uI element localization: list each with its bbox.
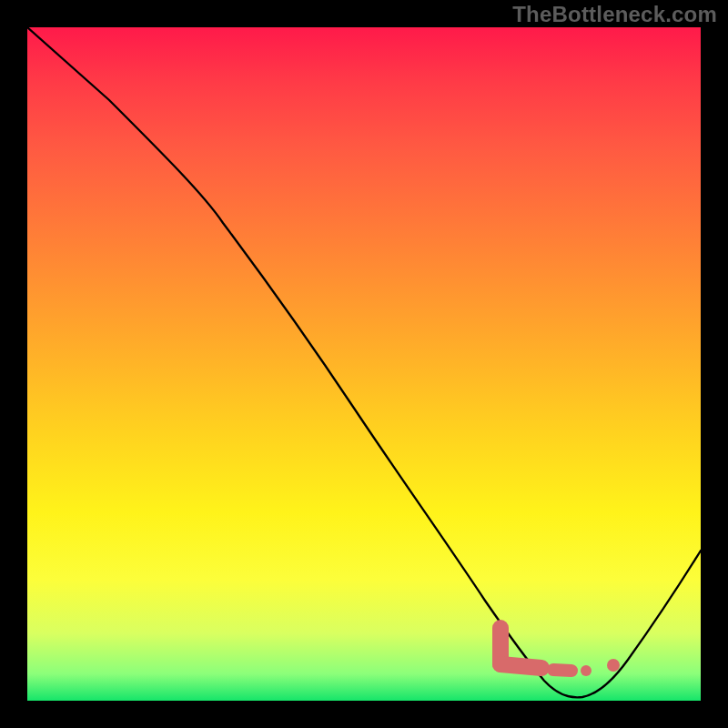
curve-marker-artifact <box>500 628 620 676</box>
artifact-dot-2 <box>607 659 620 672</box>
chart-overlay <box>27 27 701 701</box>
artifact-horizontal-1 <box>500 664 541 668</box>
chart-frame: TheBottleneck.com <box>0 0 728 728</box>
artifact-dash-2 <box>553 670 571 671</box>
watermark-text: TheBottleneck.com <box>512 2 717 27</box>
artifact-dot-1 <box>581 665 592 676</box>
bottleneck-curve <box>27 27 701 697</box>
